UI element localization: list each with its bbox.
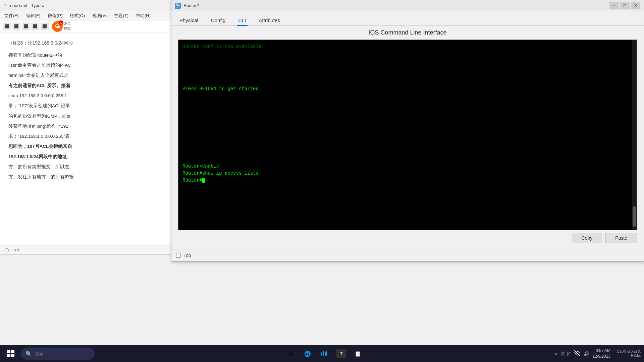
minimize-button[interactable]: ─ [609, 2, 619, 9]
typora-window: T report.md - Typora 文件(F) 编辑(E) 段落(P) 格… [0, 0, 171, 255]
para-0: 接着开始配置Router2中的 [8, 51, 163, 59]
typora-status-bar: ◯ </> [0, 245, 171, 254]
menu-file[interactable]: 文件(F) [3, 12, 20, 19]
router-titlebar: 📡 Router2 ─ □ ✕ [171, 0, 644, 11]
typora-content: （图26：让192.168.3.0/24网段 接着开始配置Router2中的 l… [0, 33, 171, 190]
toolbar-icon-5[interactable]: ⬛ [41, 22, 49, 31]
para-8: 求；"192.168.1.0 0.0.0.255"表 [8, 132, 163, 140]
para-10: 192.168.1.0/24网段中的地址. [8, 153, 163, 161]
para-3-strong: 有之前遗留的ACL 所示。接着 [8, 83, 70, 88]
wifi-icon[interactable] [574, 350, 580, 357]
lang-indicators: 英 拼 [561, 351, 571, 357]
para-10-strong: 192.168.1.0/24网段中的地址. [8, 154, 68, 159]
router-dialog: 📡 Router2 ─ □ ✕ Physical Config CLI Attr… [171, 0, 644, 261]
toolbar-icon-2[interactable]: ⬛ [12, 22, 20, 31]
toolbar-icon-1[interactable]: ⬛ [3, 22, 11, 31]
tab-physical[interactable]: Physical [178, 15, 200, 26]
cli-scrollbar[interactable] [632, 40, 637, 230]
cli-line-enable: Router>enable [182, 163, 633, 170]
router-title-left: 📡 Router2 [175, 3, 199, 9]
search-icon: 🔍 [25, 351, 32, 357]
file-explorer-icon: 🗂 [286, 349, 296, 358]
volume-icon[interactable]: 🔊 [584, 351, 589, 356]
date-display: 12/9/2023 [593, 354, 610, 359]
figure-caption: （图26：让192.168.3.0/24网段 [8, 39, 163, 47]
maximize-button[interactable]: □ [620, 2, 630, 9]
typora-app-icon: T [4, 3, 7, 8]
para-4: icmp 192.168.3.0 0.0.0.255 1 [8, 92, 163, 100]
menu-para[interactable]: 段落(P) [47, 12, 64, 19]
lang-pinyin[interactable]: 拼 [567, 351, 571, 357]
toolbar-icon-4[interactable]: ⬛ [31, 22, 39, 31]
menu-theme[interactable]: 主题(T) [113, 12, 130, 19]
svg-rect-2 [325, 352, 326, 356]
para-9-strong: 思即为，107号ACL会拒绝来自 [8, 144, 72, 149]
para-5: 录；"107"表示创建的ACL记录 [8, 102, 163, 110]
copy-button[interactable]: Copy [572, 233, 602, 243]
top-label[interactable]: Top [183, 253, 191, 258]
tab-config[interactable]: Config [210, 15, 227, 26]
extra-app-icon: 📋 [353, 349, 363, 358]
toolbar-icon-3[interactable]: ⬛ [22, 22, 30, 31]
cli-footer: Top [171, 249, 644, 261]
taskbar-app-edge[interactable]: 🌐 [300, 346, 315, 361]
taskbar: 🔍 🗂 🌐 T 📋 ∧ [0, 345, 644, 362]
cli-line-prompt: Router# [182, 177, 633, 184]
paste-button[interactable]: Paste [605, 233, 637, 243]
taskbar-app-typora[interactable]: T [334, 346, 348, 361]
tray-expand-icon[interactable]: ∧ [554, 351, 557, 356]
typora-title: report.md - Typora [9, 3, 45, 8]
status-code: </> [14, 248, 20, 252]
para-7: 外某些地址的ping请求；"192. [8, 122, 163, 130]
weather-badge: 🌤 1 [52, 21, 63, 32]
windows-logo-icon [7, 350, 14, 357]
svg-rect-0 [321, 352, 322, 356]
time-display: 9:57 AM [593, 348, 610, 354]
typora-toolbar: ⬛ ⬛ ⬛ ⬛ ⬛ 🌤 1 3°C 晴朗 [0, 20, 171, 33]
menu-format[interactable]: 格式(O) [68, 12, 86, 19]
window-controls[interactable]: ─ □ ✕ [609, 2, 640, 9]
svg-rect-3 [326, 351, 327, 356]
badge-notification: 1 [59, 20, 63, 25]
taskbar-right: ∧ 英 拼 🔊 9:57 AM 12/9/2023 CSDN @大白兔Rabbi… [554, 348, 641, 359]
svg-rect-1 [323, 351, 324, 356]
close-button[interactable]: ✕ [631, 2, 640, 9]
start-button[interactable] [3, 346, 18, 361]
status-circle: ◯ [4, 248, 9, 252]
router-title-text: Router2 [183, 3, 199, 8]
top-checkbox[interactable] [176, 253, 181, 258]
para-2: terminal"命令进入全局模式之 [8, 71, 163, 79]
cli-heading: IOS Command Line Interface [178, 29, 637, 36]
para-9: 思即为，107号ACL会拒绝来自 [8, 142, 163, 150]
taskbar-app-cisco[interactable] [317, 346, 332, 361]
cisco-icon [320, 349, 329, 358]
para-3: 有之前遗留的ACL 所示。接着 [8, 82, 163, 90]
tab-attributes[interactable]: Attributes [258, 15, 281, 26]
cli-scrollbar-thumb[interactable] [633, 206, 636, 227]
cli-terminal[interactable]: Router conf is now available Press RETUR… [178, 40, 637, 230]
weather-info: 3°C 晴朗 [64, 22, 71, 31]
para-1: lists"命令查看之前遗留的的AC [8, 61, 163, 69]
cli-line-show: Router#show ip access-lists [182, 170, 633, 177]
cli-buttons: Copy Paste [178, 230, 637, 246]
search-input[interactable] [35, 351, 85, 356]
clock[interactable]: 9:57 AM 12/9/2023 [593, 348, 610, 359]
cli-line-press-return: Press RETURN to get started. [182, 85, 633, 93]
typora-titlebar: T report.md - Typora [0, 0, 171, 11]
lang-english[interactable]: 英 [561, 351, 565, 357]
edge-icon: 🌐 [303, 349, 312, 358]
para-6: 的包的协议类型为ICMP，而pi [8, 112, 163, 120]
router-app-icon: 📡 [175, 3, 181, 9]
tab-cli[interactable]: CLI [237, 15, 247, 26]
menu-view[interactable]: 视图(V) [91, 12, 108, 19]
menu-edit[interactable]: 编辑(E) [25, 12, 42, 19]
taskbar-app-file-explorer[interactable]: 🗂 [283, 346, 298, 361]
taskbar-apps: 🗂 🌐 T 📋 [97, 346, 552, 361]
taskbar-search[interactable]: 🔍 [21, 348, 95, 360]
cli-line-0: Router conf is now available [182, 43, 633, 50]
taskbar-app-extra[interactable]: 📋 [351, 346, 365, 361]
cli-cursor [202, 178, 205, 183]
typora-taskbar-icon: T [336, 349, 346, 358]
typora-menubar[interactable]: 文件(F) 编辑(E) 段落(P) 格式(O) 视图(V) 主题(T) 帮助(H… [0, 11, 171, 20]
menu-help[interactable]: 帮助(H) [135, 12, 152, 19]
